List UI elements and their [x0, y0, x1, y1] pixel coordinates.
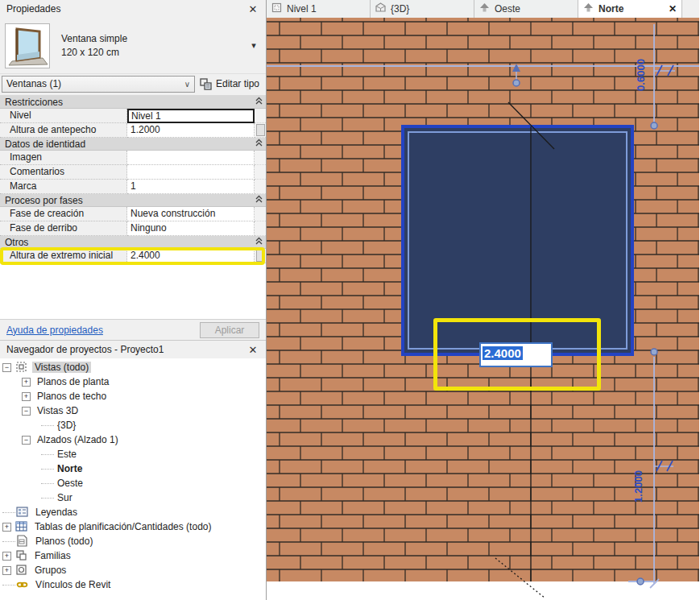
view-tab-label: Nivel 1: [287, 3, 317, 14]
collapse-expander-icon[interactable]: −: [2, 363, 11, 372]
section-header[interactable]: Otros: [0, 236, 266, 249]
property-value[interactable]: Ninguno: [127, 221, 255, 236]
tree-item-oeste[interactable]: Oeste: [0, 476, 266, 490]
collapse-expander-icon[interactable]: −: [22, 407, 31, 416]
tree-connector: [2, 585, 15, 586]
tree-connector: [41, 483, 54, 484]
tree-item-alzados-alzado-1[interactable]: −Alzados (Alzado 1): [0, 432, 266, 447]
section-header[interactable]: Proceso por fases: [0, 194, 266, 207]
window-element[interactable]: [403, 126, 632, 354]
temp-dim-top-label[interactable]: 0.6000: [635, 59, 647, 91]
property-value[interactable]: 2.4000: [127, 249, 255, 263]
close-tab-icon[interactable]: ✕: [669, 3, 677, 14]
tree-item-label: Familias: [32, 550, 73, 561]
elevation-view-icon: [583, 2, 594, 15]
properties-help-link[interactable]: Ayuda de propiedades: [6, 325, 200, 336]
view-tab-label: Oeste: [495, 3, 520, 14]
3d-view-icon: [375, 2, 386, 15]
view-tab-norte[interactable]: Norte✕: [578, 0, 682, 18]
tree-item-sur[interactable]: Sur: [0, 490, 266, 505]
tree-item-norte[interactable]: Norte: [0, 461, 266, 476]
collapse-chevron-icon[interactable]: [255, 139, 263, 150]
schedule-icon: [15, 520, 28, 533]
properties-title: Propiedades: [6, 3, 246, 14]
view-tab-label: {3D}: [391, 3, 409, 14]
section-header[interactable]: Restricciones: [0, 96, 266, 109]
tree-item-v-nculos-de-revit[interactable]: Vínculos de Revit: [0, 577, 266, 592]
property-value[interactable]: Nivel 1: [127, 109, 255, 123]
view-tab-3d[interactable]: {3D}: [371, 0, 474, 18]
assoc-param-button[interactable]: [256, 250, 265, 262]
elevation-view-canvas[interactable]: 0.60001.2000 2.4000: [267, 18, 699, 600]
collapse-chevron-icon[interactable]: [255, 195, 263, 206]
property-value[interactable]: [127, 165, 255, 180]
tree-item-planos-de-planta[interactable]: +Planos de planta: [0, 374, 266, 389]
close-icon[interactable]: ✕: [246, 3, 259, 15]
plan-view-icon: [271, 2, 282, 15]
tree-connector: [2, 541, 15, 542]
row-gutter: [255, 207, 266, 221]
tree-item-planos-de-techo[interactable]: +Planos de techo: [0, 389, 266, 403]
expand-expander-icon[interactable]: +: [22, 392, 31, 401]
tree-item-label: Planos (todo): [33, 536, 95, 547]
tree-item-label: Vínculos de Revit: [33, 579, 113, 590]
elevation-drawing[interactable]: 0.60001.2000: [267, 18, 699, 600]
tree-item-leyendas[interactable]: Leyendas: [0, 505, 266, 519]
row-gutter: [255, 151, 266, 165]
row-gutter: [255, 123, 266, 138]
group-icon: [15, 564, 28, 577]
left-dock: Propiedades ✕ Ventana simple 120 x 120 c…: [0, 0, 267, 600]
property-value[interactable]: Nueva construcción: [127, 207, 255, 221]
property-label: Fase de creación: [0, 207, 127, 221]
close-icon[interactable]: ✕: [246, 344, 259, 356]
tree-item-label: Vistas 3D: [35, 405, 81, 416]
section-header[interactable]: Datos de identidad: [0, 138, 266, 151]
views-icon: [15, 361, 28, 374]
collapse-expander-icon[interactable]: −: [22, 436, 31, 445]
tree-item-grupos[interactable]: +Grupos: [0, 563, 266, 577]
grip-icon[interactable]: [637, 578, 644, 585]
expand-expander-icon[interactable]: +: [2, 566, 11, 575]
temp-dim-input[interactable]: 2.4000: [479, 342, 553, 367]
grid-filler: [0, 263, 266, 319]
grip-icon[interactable]: [651, 349, 657, 355]
collapse-chevron-icon[interactable]: [255, 237, 263, 248]
tree-item-label: Grupos: [32, 565, 68, 576]
expand-expander-icon[interactable]: +: [2, 552, 11, 561]
window-preview-icon: [5, 23, 50, 68]
assoc-param-button[interactable]: [256, 124, 265, 136]
grip-icon[interactable]: [513, 80, 520, 86]
temp-dim-bottom-label[interactable]: 1.2000: [632, 470, 644, 503]
expand-expander-icon[interactable]: +: [22, 378, 31, 387]
chevron-down-icon[interactable]: ▾: [246, 40, 261, 51]
edit-type-button[interactable]: Editar tipo: [195, 75, 264, 93]
tree-connector: [41, 425, 54, 426]
row-gutter: [255, 165, 266, 180]
tree-item-vistas-todo[interactable]: −Vistas (todo): [0, 360, 266, 374]
row-gutter: [255, 221, 266, 236]
view-tab-oeste[interactable]: Oeste: [474, 0, 578, 18]
filter-value: Ventanas (1): [6, 78, 184, 89]
type-selector[interactable]: Ventana simple 120 x 120 cm ▾: [0, 18, 266, 74]
property-value[interactable]: [127, 151, 255, 165]
view-tab-nivel-1[interactable]: Nivel 1: [267, 0, 371, 18]
expand-expander-icon[interactable]: +: [2, 523, 11, 532]
section-label: Otros: [5, 237, 255, 248]
property-value[interactable]: 1: [127, 180, 255, 194]
tree-item-planos-todo[interactable]: Planos (todo): [0, 534, 266, 548]
tree-item-3d[interactable]: {3D}: [0, 418, 266, 432]
type-name: Ventana simple 120 x 120 cm: [61, 32, 246, 60]
grip-icon[interactable]: [651, 122, 657, 129]
collapse-chevron-icon[interactable]: [255, 97, 263, 108]
property-row: Fase de derriboNinguno: [0, 221, 266, 236]
property-label: Altura de antepecho: [0, 123, 127, 138]
tree-item-label: Vistas (todo): [32, 362, 91, 373]
property-value[interactable]: 1.2000: [127, 123, 255, 138]
element-filter-select[interactable]: Ventanas (1) ∨: [2, 76, 195, 93]
tree-item-tablas-de-planificaci-n-cantidades-todo[interactable]: +Tablas de planificación/Cantidades (tod…: [0, 519, 266, 534]
tree-item-vistas-3d[interactable]: −Vistas 3D: [0, 403, 266, 418]
tree-item-label: {3D}: [55, 420, 78, 431]
apply-button[interactable]: Aplicar: [200, 322, 259, 338]
tree-item-familias[interactable]: +Familias: [0, 548, 266, 563]
tree-item-este[interactable]: Este: [0, 447, 266, 461]
